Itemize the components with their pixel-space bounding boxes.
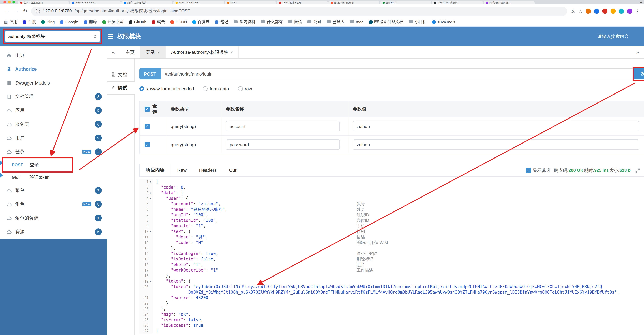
sidebar-endpoint-get[interactable]: GET验证token [0, 171, 106, 184]
extension-icon[interactable] [610, 8, 616, 14]
fullscreen-icon[interactable] [636, 168, 640, 173]
close-tab-icon[interactable]: × [230, 50, 233, 55]
line-number: 24 [144, 312, 149, 316]
bookmark-item[interactable]: 百度 [23, 19, 36, 24]
bookmark-item[interactable]: 翻译 [84, 19, 97, 24]
response-tab[interactable]: 响应内容 [139, 164, 171, 176]
bookmark-item[interactable]: 微信 [288, 19, 302, 24]
sidebar-item[interactable]: 资源6 [0, 225, 106, 239]
sidebar-item[interactable]: 角色NEW8 [0, 197, 106, 211]
fold-toggle-icon[interactable]: ▾ [149, 197, 152, 200]
sidebar-item[interactable]: 文档管理3 [0, 90, 106, 104]
collapse-right-icon[interactable]: » [631, 46, 644, 58]
url-field[interactable]: i 127.0.0.1:8760 /api/gate/doc.html#/aut… [31, 6, 567, 16]
select-all-checkbox[interactable]: ✓ [144, 106, 150, 112]
extension-icon[interactable] [619, 8, 624, 14]
response-tab[interactable]: Curl [223, 164, 244, 176]
browser-tab[interactable]: github push失败解… [432, 1, 483, 4]
bookmark-item[interactable]: 什么都有 [261, 19, 283, 24]
sidebar-item[interactable]: 角色的资源1 [0, 211, 106, 225]
row-checkbox[interactable]: ✓ [144, 142, 150, 147]
browser-tab[interactable]: LDAP - Compose… [173, 1, 224, 4]
browser-tab[interactable]: 主页 - 温故而知新 [18, 1, 69, 4]
bookmark-item[interactable]: 小目标 [409, 19, 426, 24]
bookmark-item[interactable]: GitHub [129, 20, 146, 24]
bookmark-item[interactable]: 公司 [308, 19, 321, 24]
bookmark-item[interactable]: 学习资料 [234, 19, 256, 24]
sidebar-item[interactable]: Authorize [0, 62, 106, 76]
bookmark-item[interactable]: 百度云 [192, 19, 210, 24]
sidebar-item[interactable]: 服务表6 [0, 117, 106, 131]
hamburger-icon[interactable] [108, 34, 114, 39]
bookmark-item[interactable]: ▦应用 [4, 19, 18, 24]
browser-tab[interactable]: 最强后端参数校验… [328, 1, 380, 4]
sidebar-item[interactable]: 应用5 [0, 104, 106, 117]
maximize-window-icon[interactable] [12, 0, 15, 3]
tab-调试[interactable]: 调试 [107, 82, 134, 94]
param-name-input[interactable]: account [226, 121, 340, 132]
browser-tab[interactable]: hbase [225, 1, 276, 4]
menu-icon[interactable]: ⋮ [636, 8, 640, 14]
translate-icon[interactable]: 文 [571, 8, 576, 14]
app-header: authority-权限模块 权限模块 请输入搜索内容 [0, 26, 644, 46]
sidebar-item[interactable]: Swagger Models [0, 76, 106, 90]
bookmark-item[interactable]: CSDN [170, 20, 187, 24]
page-tab[interactable]: Authorize-authority-权限模块× [166, 46, 239, 58]
bookmark-item[interactable]: 开源中国 [102, 19, 123, 24]
param-value-input[interactable]: zuihou [353, 140, 639, 150]
bookmark-item[interactable]: 已导入 [327, 19, 344, 24]
fold-toggle-icon[interactable]: ▾ [149, 230, 152, 233]
fold-toggle-icon[interactable]: ▾ [149, 191, 152, 194]
page-tab[interactable]: 主页 [120, 46, 140, 58]
module-select[interactable]: authority-权限模块 [5, 31, 100, 42]
bookmark-item[interactable]: 笔记 [215, 19, 228, 24]
minimize-window-icon[interactable] [8, 0, 11, 3]
sidebar-endpoint-post[interactable]: POST登录 [0, 159, 106, 171]
sidebar-item[interactable]: 登录NEW2 [0, 145, 106, 159]
browser-tab[interactable]: 知乎周刊 - 编辑推… [484, 1, 535, 4]
content-type-radio[interactable]: raw [238, 86, 252, 91]
sidebar-item[interactable]: 菜单7 [0, 184, 106, 197]
back-icon[interactable]: ← [4, 8, 10, 14]
tab-文档[interactable]: 文档 [107, 68, 134, 82]
close-tab-icon[interactable]: × [157, 50, 160, 55]
fold-toggle-icon[interactable]: ▾ [149, 280, 152, 283]
bookmark-item[interactable]: Bing [42, 20, 55, 24]
response-tab[interactable]: Headers [193, 164, 223, 176]
bookmark-item[interactable]: Google [60, 20, 78, 24]
content-type-radio[interactable]: form-data [203, 86, 229, 91]
extension-icon[interactable] [627, 8, 632, 14]
param-value-input[interactable]: zuihou [353, 121, 639, 132]
browser-tab[interactable]: 图解HTTP [380, 1, 431, 4]
site-info-icon[interactable]: i [36, 9, 40, 13]
bookmark-item[interactable]: 1024Tools [432, 20, 455, 24]
show-description-toggle[interactable]: ✓ 显示说明 [526, 168, 550, 173]
bookmark-item[interactable]: 码云 [152, 19, 165, 24]
gutter: 12 [139, 240, 153, 245]
bookmark-item[interactable]: ES搜索引擎文档 [369, 19, 403, 24]
browser-tab[interactable]: 知乎 - 发现更大的… [122, 1, 172, 4]
star-icon[interactable]: ☆ [579, 8, 582, 14]
new-tab-button[interactable]: + [638, 1, 644, 4]
sidebar-item[interactable]: 用户9 [0, 131, 106, 145]
collapse-left-icon[interactable]: « [107, 46, 120, 58]
forward-icon[interactable]: → [14, 8, 19, 14]
reload-icon[interactable]: ↻ [23, 8, 28, 14]
response-tab[interactable]: Raw [171, 164, 193, 176]
extension-icon[interactable] [602, 8, 608, 14]
browser-tab[interactable]: Redis 设计与实现 [277, 1, 328, 4]
send-button[interactable]: 发送 [633, 68, 644, 79]
row-checkbox[interactable]: ✓ [144, 124, 150, 129]
close-window-icon[interactable] [4, 0, 6, 3]
browser-tab[interactable]: temporary-Interio… [70, 1, 121, 4]
bookmark-item[interactable]: mac [350, 20, 364, 24]
extension-icon[interactable] [586, 8, 591, 14]
param-name-input[interactable]: password [226, 140, 340, 150]
search-input[interactable]: 请输入搜索内容 [598, 33, 629, 40]
page-tab[interactable]: 登录× [140, 46, 166, 58]
sidebar-item[interactable]: 主页 [0, 48, 106, 62]
extension-icon[interactable] [594, 8, 599, 14]
content-type-radio[interactable]: x-www-form-urlencoded [139, 86, 194, 91]
checkbox-checked-icon[interactable]: ✓ [526, 168, 531, 173]
fold-toggle-icon[interactable]: ▾ [149, 180, 152, 183]
